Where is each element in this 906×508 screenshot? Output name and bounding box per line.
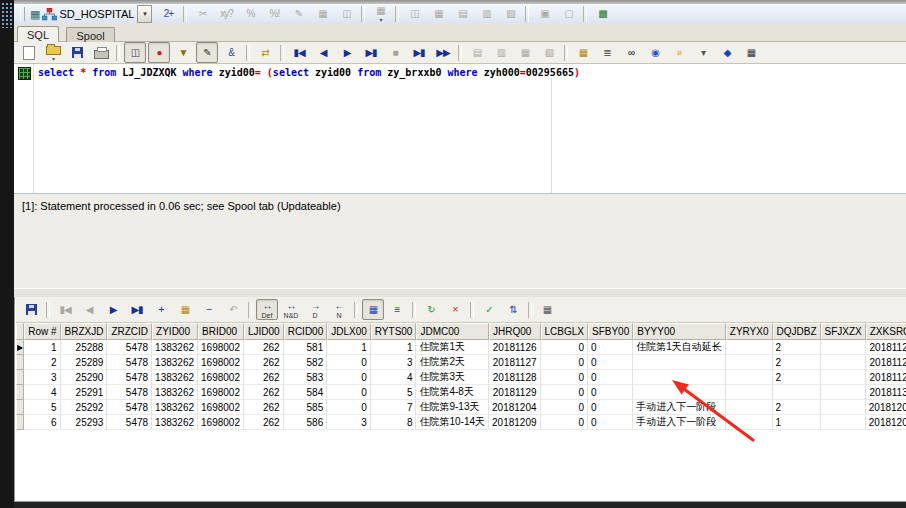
save-button[interactable]: [66, 42, 88, 63]
cell[interactable]: 20181127: [489, 355, 541, 370]
cell[interactable]: [726, 340, 773, 355]
sql-statement[interactable]: select * from LJ_JDZXQK where zyid00= (s…: [38, 67, 580, 78]
cell[interactable]: 0: [541, 355, 588, 370]
cell[interactable]: 2: [24, 355, 60, 370]
cell[interactable]: 5478: [107, 340, 152, 355]
stop-button[interactable]: ■: [384, 42, 406, 63]
cell[interactable]: 0: [541, 370, 588, 385]
cell[interactable]: 1: [773, 415, 821, 430]
column-header-zyid00[interactable]: ZYID00: [152, 323, 198, 340]
cell[interactable]: 1698002: [198, 415, 244, 430]
cell[interactable]: 5478: [107, 385, 152, 400]
first-statement-button[interactable]: ▮◀: [288, 42, 310, 63]
post-edits-button[interactable]: ✓: [478, 299, 500, 320]
sql-editor[interactable]: select * from LJ_JDZXQK where zyid00= (s…: [14, 64, 906, 193]
cell[interactable]: [821, 415, 866, 430]
grid-view-button[interactable]: ▦: [362, 299, 384, 320]
cell[interactable]: 1383262: [152, 370, 198, 385]
cell[interactable]: 25289: [61, 355, 108, 370]
results-grid[interactable]: Row #BRZXJDZRZCIDZYID00BRID00LJID00RCID0…: [16, 323, 906, 502]
column-header-jhrq00[interactable]: JHRQ00: [489, 323, 541, 340]
cell[interactable]: 262: [244, 385, 284, 400]
table-browser-button[interactable]: ▦: [740, 42, 762, 63]
row-selector[interactable]: [16, 370, 24, 385]
cell[interactable]: 0: [541, 385, 588, 400]
cell[interactable]: 2: [773, 340, 821, 355]
cell[interactable]: [773, 385, 821, 400]
cell[interactable]: [726, 415, 773, 430]
cell[interactable]: 1383262: [152, 415, 198, 430]
insert-record-button[interactable]: ▦: [174, 299, 196, 320]
cell[interactable]: 585: [284, 400, 328, 415]
column-header-ljid00[interactable]: LJID00: [244, 323, 284, 340]
cell[interactable]: 1698002: [198, 355, 244, 370]
cell[interactable]: 25291: [61, 385, 108, 400]
cell[interactable]: 25292: [61, 400, 108, 415]
open-file-button-dropdown-icon[interactable]: ▾: [52, 55, 55, 62]
next-statement-button[interactable]: ▶▮: [408, 42, 430, 63]
cell[interactable]: 1383262: [152, 400, 198, 415]
cell[interactable]: 20181129: [489, 385, 541, 400]
row-selector[interactable]: [16, 415, 24, 430]
cell[interactable]: 0: [541, 400, 588, 415]
spin-tool-button[interactable]: ◆: [716, 42, 738, 63]
cell[interactable]: 25293: [61, 415, 108, 430]
open-file-button[interactable]: ▾: [42, 42, 64, 63]
drag-grip-icon[interactable]: [1, 2, 13, 28]
column-header-sfby00[interactable]: SFBY00: [588, 323, 633, 340]
cell[interactable]: 0: [588, 400, 633, 415]
describe-button[interactable]: ▦: [572, 42, 594, 63]
cell[interactable]: 583: [284, 370, 328, 385]
toggle-error-break-button[interactable]: ●: [148, 42, 170, 63]
cell[interactable]: [726, 355, 773, 370]
cell[interactable]: 住院第10-14天: [416, 415, 489, 430]
column-header-zrzcid[interactable]: ZRZCID: [107, 323, 152, 340]
cell[interactable]: 4: [24, 385, 60, 400]
column-header-lcbglx[interactable]: LCBGLX: [541, 323, 588, 340]
cell[interactable]: 0: [327, 355, 371, 370]
cell[interactable]: 25288: [61, 340, 108, 355]
cell[interactable]: 20181126: [866, 340, 906, 355]
cell[interactable]: 0: [327, 370, 371, 385]
image-tool-button[interactable]: ▩: [591, 4, 613, 25]
cell[interactable]: 3: [327, 415, 371, 430]
nav-default-button[interactable]: ↔Def: [256, 299, 278, 320]
cell[interactable]: [726, 385, 773, 400]
cell[interactable]: 2: [773, 355, 821, 370]
cell[interactable]: 住院第9-13天: [416, 400, 489, 415]
cell[interactable]: 20181203: [866, 415, 906, 430]
cell[interactable]: 0: [541, 415, 588, 430]
cell[interactable]: 7: [371, 400, 417, 415]
add-record-button[interactable]: +: [150, 299, 172, 320]
cell[interactable]: 20181130: [866, 385, 906, 400]
cell[interactable]: 1: [371, 340, 417, 355]
sort-data-button[interactable]: ⇅: [502, 299, 524, 320]
cell[interactable]: 1698002: [198, 400, 244, 415]
row-selector[interactable]: [16, 385, 24, 400]
column-header-dqjdbz[interactable]: DQJDBZ: [773, 323, 821, 340]
nav-d-button[interactable]: →D: [304, 299, 326, 320]
cell[interactable]: 6: [24, 415, 60, 430]
cell[interactable]: 8: [371, 415, 417, 430]
cell[interactable]: [633, 385, 726, 400]
cell[interactable]: 1: [24, 340, 60, 355]
object-list-button[interactable]: ≣: [596, 42, 618, 63]
column-header-brid00[interactable]: BRID00: [198, 323, 244, 340]
cell[interactable]: 20181202: [866, 400, 906, 415]
cell[interactable]: [633, 355, 726, 370]
nav-n-button[interactable]: ←N: [328, 299, 350, 320]
toolbar-grip[interactable]: [20, 7, 25, 21]
cell[interactable]: [821, 385, 866, 400]
cancel-button[interactable]: ×: [444, 299, 466, 320]
cell[interactable]: 5478: [107, 415, 152, 430]
connection-dropdown-button[interactable]: ▼: [137, 5, 152, 23]
fetch-options-button[interactable]: ▼: [172, 42, 194, 63]
cell[interactable]: 0: [327, 400, 371, 415]
next-record-button[interactable]: ▶: [102, 299, 124, 320]
grid-save-button[interactable]: [20, 299, 42, 320]
cell[interactable]: 3: [24, 370, 60, 385]
cell[interactable]: 5478: [107, 370, 152, 385]
run-script-button[interactable]: »: [668, 42, 690, 63]
find-button[interactable]: ∞: [620, 42, 642, 63]
column-header-jdlx00[interactable]: JDLX00: [327, 323, 371, 340]
